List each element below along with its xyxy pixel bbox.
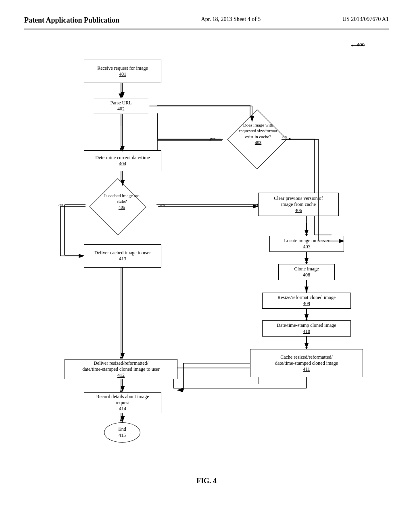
node-405-label: Is cached image toostale?405 (88, 193, 156, 210)
node-412-label: Deliver resized/reformatted/date/time-st… (82, 360, 159, 372)
node-408-label: Clone image (294, 266, 319, 272)
node-405-num: 405 (119, 205, 125, 210)
node-404-label: Determine current date/time (95, 155, 150, 161)
node-411-num: 411 (303, 366, 310, 372)
node-407-label: Locate image on server (284, 238, 329, 244)
node-401-label: Receive request for image (97, 65, 148, 71)
label-no-403: no (282, 134, 287, 139)
fig-label: FIG. 4 (24, 477, 389, 485)
header-center: Apr. 18, 2013 Sheet 4 of 5 (201, 16, 261, 23)
header-right: US 2013/097670 A1 (342, 16, 389, 23)
node-411: Cache resized/reformatted/date/time-stam… (250, 349, 363, 377)
main-arrows-svg (24, 37, 389, 473)
node-405: Is cached image toostale?405 (86, 185, 158, 229)
header-left: Patent Application Publication (24, 16, 119, 25)
node-410-label: Date/time-stamp cloned image (277, 322, 336, 328)
node-406: Clear previous version ofimage from cach… (258, 193, 339, 216)
node-403-num: 403 (255, 140, 262, 145)
page-header: Patent Application Publication Apr. 18, … (24, 16, 389, 29)
node-407: Locate image on server 407 (269, 236, 344, 252)
diagram-area: 400 Receive request for image 401 Parse … (24, 37, 389, 473)
node-415: End 415 (104, 422, 140, 443)
node-403: Does image withrequested size/formatexis… (222, 116, 298, 162)
node-404-num: 404 (119, 161, 126, 167)
node-406-num: 406 (295, 208, 302, 214)
node-404: Determine current date/time 404 (84, 150, 161, 171)
node-411-label: Cache resized/reformatted/date/time-stam… (275, 354, 338, 366)
node-401-num: 401 (119, 71, 126, 77)
label-no-405: no (58, 202, 63, 207)
node-406-label: Clear previous version ofimage from cach… (274, 195, 323, 208)
node-402-label: Parse URL (111, 100, 132, 106)
label-yes-403: yes (210, 136, 215, 141)
node-402: Parse URL 402 (93, 98, 149, 114)
node-415-num: 415 (119, 432, 126, 438)
ref-arrow (344, 39, 369, 52)
node-412-num: 412 (117, 372, 125, 378)
flowchart-arrows (24, 37, 389, 473)
node-402-num: 402 (117, 106, 125, 112)
label-yes-405: yes (159, 202, 165, 207)
node-403-label: Does image withrequested size/formatexis… (226, 122, 290, 145)
node-408-num: 408 (303, 272, 310, 278)
node-408: Clone image 408 (278, 264, 335, 280)
node-410-num: 410 (303, 328, 310, 335)
node-414-label: Record details about imagerequest (96, 394, 149, 406)
node-414: Record details about imagerequest 414 (84, 392, 161, 413)
node-412: Deliver resized/reformatted/date/time-st… (65, 359, 177, 379)
node-413-label: Deliver cached image to user (94, 250, 151, 256)
svg-marker-45 (120, 420, 122, 422)
node-409: Resize/reformat cloned image 409 (262, 293, 351, 309)
node-414-num: 414 (119, 406, 126, 412)
node-415-label: End (118, 426, 126, 432)
node-409-label: Resize/reformat cloned image (277, 295, 336, 301)
node-409-num: 409 (303, 301, 310, 307)
page: Patent Application Publication Apr. 18, … (0, 0, 413, 532)
node-413: Deliver cached image to user 413 (84, 244, 161, 268)
svg-marker-51 (351, 44, 353, 47)
node-413-num: 413 (119, 256, 126, 262)
node-407-num: 407 (303, 244, 311, 250)
node-410: Date/time-stamp cloned image 410 (262, 320, 351, 337)
node-401: Receive request for image 401 (84, 60, 161, 83)
